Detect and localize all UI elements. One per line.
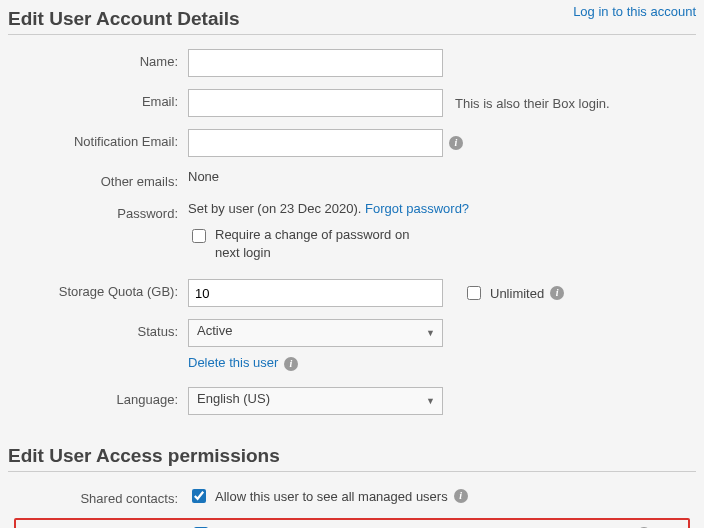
other-emails-value: None xyxy=(188,169,219,184)
label-status: Status: xyxy=(8,319,188,339)
info-icon[interactable]: i xyxy=(550,286,564,300)
info-icon[interactable]: i xyxy=(454,489,468,503)
require-password-change-checkbox[interactable] xyxy=(192,229,206,243)
name-input[interactable] xyxy=(188,49,443,77)
unlimited-checkbox[interactable] xyxy=(467,286,481,300)
label-other-emails: Other emails: xyxy=(8,169,188,189)
label-name: Name: xyxy=(8,49,188,69)
storage-quota-input[interactable] xyxy=(188,279,443,307)
section-title-account: Edit User Account Details xyxy=(8,8,240,29)
language-select[interactable]: English (US) xyxy=(188,387,443,415)
label-enable-box-sync: Enable Box Sync: xyxy=(16,524,190,528)
login-to-account-link[interactable]: Log in to this account xyxy=(573,4,696,19)
info-icon[interactable]: i xyxy=(284,357,298,371)
notification-email-input[interactable] xyxy=(188,129,443,157)
label-shared-contacts: Shared contacts: xyxy=(8,486,188,506)
label-email: Email: xyxy=(8,89,188,109)
email-input[interactable] xyxy=(188,89,443,117)
info-icon[interactable]: i xyxy=(449,136,463,150)
password-set-text: Set by user (on 23 Dec 2020). xyxy=(188,201,365,216)
shared-contacts-checkbox[interactable] xyxy=(192,489,206,503)
section-title-access: Edit User Access permissions xyxy=(8,445,280,466)
label-language: Language: xyxy=(8,387,188,407)
label-password: Password: xyxy=(8,201,188,221)
label-storage-quota: Storage Quota (GB): xyxy=(8,279,188,299)
delete-user-link[interactable]: Delete this user xyxy=(188,355,278,370)
label-notification-email: Notification Email: xyxy=(8,129,188,149)
highlight-enable-box-sync: Enable Box Sync: Allow this user to sync… xyxy=(14,518,690,528)
email-hint: This is also their Box login. xyxy=(455,96,610,111)
status-select[interactable]: Active xyxy=(188,319,443,347)
require-password-change-label: Require a change of password on next log… xyxy=(215,226,435,261)
forgot-password-link[interactable]: Forgot password? xyxy=(365,201,469,216)
shared-contacts-label: Allow this user to see all managed users xyxy=(215,489,448,504)
unlimited-label: Unlimited xyxy=(490,286,544,301)
